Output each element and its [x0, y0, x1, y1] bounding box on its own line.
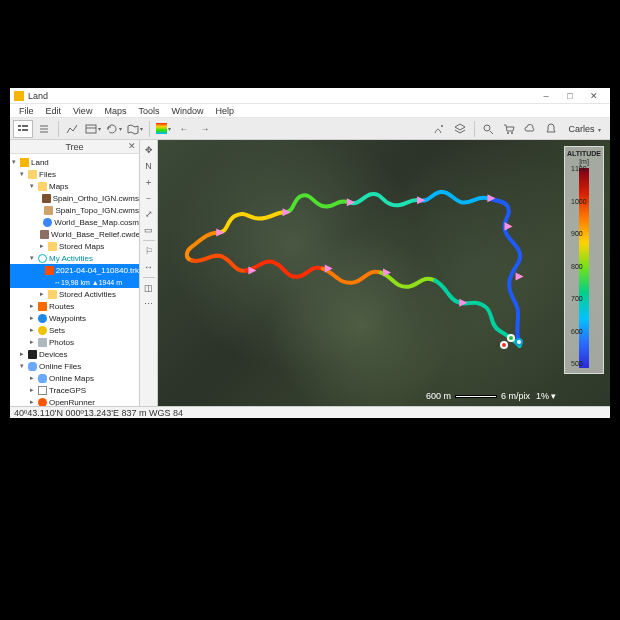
pan-tool-icon[interactable]: ✥ — [142, 143, 156, 157]
scale-bar — [455, 395, 497, 398]
window-title: Land — [28, 91, 534, 101]
marker-tool-icon[interactable]: ⚐ — [142, 244, 156, 258]
user-menu[interactable]: Carles ▾ — [562, 124, 607, 134]
tree-sidebar: Tree ✕ ▾Land ▾Files ▾Maps Spain_Ortho_IG… — [10, 140, 140, 406]
menu-edit[interactable]: Edit — [40, 106, 68, 116]
map-canvas[interactable]: ALTITUDE [m] 1100 1000 900 800 700 600 5… — [158, 140, 610, 406]
tree-routes[interactable]: ▸Routes — [10, 300, 139, 312]
svg-point-9 — [441, 125, 443, 127]
tree-stored-maps[interactable]: ▸Stored Maps — [10, 240, 139, 252]
track-end-marker — [515, 338, 523, 346]
track-flag-marker — [500, 341, 508, 349]
tree-view[interactable]: ▾Land ▾Files ▾Maps Spain_Ortho_IGN.cwms … — [10, 154, 139, 406]
tree-waypoints[interactable]: ▸Waypoints — [10, 312, 139, 324]
gps-track — [158, 140, 610, 406]
menu-view[interactable]: View — [67, 106, 98, 116]
tree-sets[interactable]: ▸Sets — [10, 324, 139, 336]
nav-back-button[interactable]: ← — [174, 120, 194, 138]
layers-button[interactable] — [450, 120, 470, 138]
search-button[interactable] — [478, 120, 498, 138]
svg-rect-3 — [22, 129, 28, 131]
svg-rect-2 — [22, 125, 28, 127]
zoom-extent-icon[interactable]: ⤢ — [142, 207, 156, 221]
svg-marker-25 — [516, 273, 524, 281]
minimize-button[interactable]: – — [534, 89, 558, 103]
list-panel-button[interactable] — [34, 120, 54, 138]
sidebar-header: Tree ✕ — [10, 140, 139, 154]
svg-rect-1 — [18, 129, 21, 131]
notifications-button[interactable] — [541, 120, 561, 138]
tree-online-item[interactable]: ▸TraceGPS — [10, 384, 139, 396]
altitude-ticks: 1100 1000 900 800 700 600 500 — [571, 165, 587, 367]
zoom-in-button[interactable]: ＋ — [142, 175, 156, 189]
tree-online-item[interactable]: ▸OpenRunner — [10, 396, 139, 406]
tree-map-item[interactable]: World_Base_Relief.cwdem — [10, 228, 139, 240]
tree-devices[interactable]: ▸Devices — [10, 348, 139, 360]
status-coords: 40º43.110'N 000º13.243'E 837 m WGS 84 — [14, 408, 183, 418]
tree-track-info[interactable]: ↔19,98 km ▲1944 m — [10, 276, 139, 288]
main-body: Tree ✕ ▾Land ▾Files ▾Maps Spain_Ortho_IG… — [10, 140, 610, 406]
tree-root[interactable]: ▾Land — [10, 156, 139, 168]
select-tool-icon[interactable]: ◫ — [142, 281, 156, 295]
nav-fwd-button[interactable]: → — [195, 120, 215, 138]
close-button[interactable]: ✕ — [582, 89, 606, 103]
north-icon[interactable]: N — [142, 159, 156, 173]
menu-help[interactable]: Help — [209, 106, 240, 116]
svg-rect-0 — [18, 125, 21, 127]
svg-marker-10 — [455, 124, 465, 130]
tree-photos[interactable]: ▸Photos — [10, 336, 139, 348]
application-window: Land – □ ✕ File Edit View Maps Tools Win… — [10, 88, 610, 418]
tree-online-files[interactable]: ▾Online Files — [10, 360, 139, 372]
svg-marker-24 — [505, 222, 513, 230]
map-toolbar: ✥ N ＋ － ⤢ ▭ ⚐ ↔ ◫ ⋯ — [140, 140, 158, 406]
sidebar-close-button[interactable]: ✕ — [128, 141, 136, 151]
tree-map-item[interactable]: Spain_Ortho_IGN.cwms — [10, 192, 139, 204]
tree-online-item[interactable]: ▸Online Maps — [10, 372, 139, 384]
svg-point-14 — [511, 132, 513, 134]
menu-maps[interactable]: Maps — [98, 106, 132, 116]
cloud-button[interactable] — [520, 120, 540, 138]
zoom-chevron-icon[interactable]: ▾ — [551, 391, 556, 401]
scale-resolution: 6 m/pix — [501, 391, 530, 401]
frame-icon[interactable]: ▭ — [142, 223, 156, 237]
menu-tools[interactable]: Tools — [132, 106, 165, 116]
tree-track-selected[interactable]: 2021-04-04_110840.trk — [10, 264, 139, 276]
gradient-button[interactable]: ▾ — [153, 120, 173, 138]
edit-track-button[interactable] — [429, 120, 449, 138]
svg-line-12 — [490, 131, 493, 134]
status-bar: 40º43.110'N 000º13.243'E 837 m WGS 84 — [10, 406, 610, 418]
calendar-button[interactable]: ▾ — [83, 120, 103, 138]
tree-panel-button[interactable] — [13, 120, 33, 138]
altitude-title: ALTITUDE — [567, 150, 601, 157]
zoom-out-button[interactable]: － — [142, 191, 156, 205]
svg-rect-7 — [86, 125, 96, 133]
altitude-unit: [m] — [579, 158, 589, 165]
menu-window[interactable]: Window — [165, 106, 209, 116]
svg-marker-23 — [459, 299, 467, 307]
menu-file[interactable]: File — [13, 106, 40, 116]
tree-stored-activities[interactable]: ▸Stored Activities — [10, 288, 139, 300]
map-button[interactable]: ▾ — [125, 120, 145, 138]
tree-my-activities[interactable]: ▾My Activities — [10, 252, 139, 264]
menu-bar: File Edit View Maps Tools Window Help — [10, 104, 610, 118]
tree-map-item[interactable]: World_Base_Map.cosm — [10, 216, 139, 228]
svg-point-11 — [484, 125, 490, 131]
altitude-legend: ALTITUDE [m] 1100 1000 900 800 700 600 5… — [564, 146, 604, 374]
app-icon — [14, 91, 24, 101]
extras-icon[interactable]: ⋯ — [142, 297, 156, 311]
title-bar: Land – □ ✕ — [10, 88, 610, 104]
tree-files[interactable]: ▾Files — [10, 168, 139, 180]
main-toolbar: ▾ ▾ ▾ ▾ ← → Carles ▾ — [10, 118, 610, 140]
track-start-marker — [507, 334, 515, 342]
tree-map-item[interactable]: Spain_Topo_IGN.cwms — [10, 204, 139, 216]
sidebar-title: Tree — [65, 142, 83, 152]
distance-tool-icon[interactable]: ↔ — [142, 260, 156, 274]
tree-maps[interactable]: ▾Maps — [10, 180, 139, 192]
graph-button[interactable] — [62, 120, 82, 138]
scale-distance: 600 m — [426, 391, 451, 401]
cart-button[interactable] — [499, 120, 519, 138]
maximize-button[interactable]: □ — [558, 89, 582, 103]
refresh-button[interactable]: ▾ — [104, 120, 124, 138]
svg-point-13 — [507, 132, 509, 134]
map-scale: 600 m 6 m/pix 1% ▾ — [426, 391, 556, 401]
